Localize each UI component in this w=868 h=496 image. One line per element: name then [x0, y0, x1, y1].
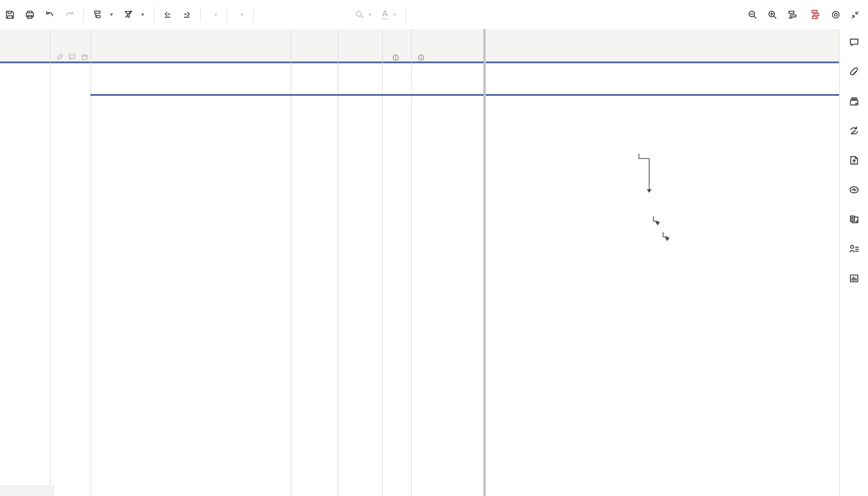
- column-border[interactable]: [338, 29, 338, 496]
- dependency-arrowhead: [647, 189, 652, 193]
- toolbar: ▼ ▼ ▼ ▼: [0, 0, 868, 30]
- filter-button[interactable]: ▼: [119, 4, 150, 25]
- column-border[interactable]: [291, 29, 291, 496]
- zoom-out-button[interactable]: [743, 4, 762, 25]
- column-border[interactable]: [411, 29, 412, 496]
- proofs-panel-button[interactable]: [848, 96, 859, 107]
- dependency-layer: [0, 29, 839, 496]
- column-border: [50, 29, 51, 496]
- critical-path-icon: [812, 11, 819, 19]
- underline-button[interactable]: [303, 4, 326, 25]
- settings-button[interactable]: [826, 4, 846, 25]
- indent-button[interactable]: [177, 4, 197, 25]
- dependency-arrow: [653, 216, 657, 222]
- chevron-down-icon: ▼: [109, 12, 114, 17]
- baselines-button[interactable]: [782, 4, 805, 25]
- redo-button[interactable]: [60, 4, 80, 25]
- italic-button[interactable]: [280, 4, 303, 25]
- horizontal-scrollbar[interactable]: [0, 485, 54, 496]
- undo-button[interactable]: [40, 4, 60, 25]
- column-border[interactable]: [90, 29, 91, 496]
- zoom-in-button[interactable]: [762, 4, 782, 25]
- baselines-icon: [789, 11, 796, 18]
- font-family-select[interactable]: ▼: [204, 4, 223, 25]
- publish-panel-button[interactable]: [848, 155, 859, 166]
- publish-icon: [851, 157, 857, 164]
- right-sidebar: [839, 29, 868, 496]
- toolbar-divider: [200, 6, 201, 22]
- chevron-down-icon: ▼: [392, 12, 397, 17]
- proof-column-icon[interactable]: [81, 53, 89, 61]
- attachment-column-icon[interactable]: [56, 53, 64, 61]
- fill-color-button[interactable]: ▼: [349, 4, 377, 25]
- outdent-button[interactable]: [158, 4, 177, 25]
- column-border[interactable]: [382, 29, 383, 496]
- gear-icon: [833, 11, 839, 18]
- smartsheet-app: ▼ ▼ ▼ ▼: [0, 0, 868, 496]
- font-color-icon: A: [382, 9, 388, 20]
- chevron-down-icon: ▼: [140, 12, 145, 17]
- comment-column-icon[interactable]: [68, 53, 76, 61]
- sheet-grid: [0, 29, 839, 496]
- summary-panel-button[interactable]: [848, 214, 859, 225]
- toolbar-divider: [227, 6, 227, 22]
- view-selector[interactable]: ▼: [88, 4, 119, 25]
- indent-icon: [184, 12, 189, 17]
- assignee-info-icon[interactable]: [417, 53, 425, 61]
- outdent-icon: [165, 12, 170, 17]
- toolbar-divider: [154, 6, 154, 22]
- font-size-select[interactable]: ▼: [231, 4, 250, 25]
- activity-log-icon: [850, 187, 858, 193]
- bold-button[interactable]: [257, 4, 280, 25]
- critical-path-button[interactable]: [805, 4, 826, 25]
- activity-log-panel-button[interactable]: [848, 184, 859, 195]
- proofs-icon: [850, 98, 858, 105]
- chevron-down-icon: ▼: [213, 12, 218, 17]
- filter-icon: [125, 11, 132, 17]
- toolbar-divider: [405, 6, 406, 22]
- more-button[interactable]: [409, 4, 419, 25]
- toolbar-divider: [83, 6, 84, 22]
- contacts-icon: [850, 245, 858, 252]
- font-color-button[interactable]: A ▼: [377, 4, 402, 25]
- strikethrough-button[interactable]: [326, 4, 349, 25]
- zoom-in-icon: [769, 11, 776, 18]
- attachments-panel-button[interactable]: [848, 66, 859, 77]
- dependency-arrowhead: [665, 237, 670, 241]
- update-requests-panel-button[interactable]: [848, 125, 859, 136]
- collapse-toolbar-button[interactable]: [846, 4, 864, 25]
- chevron-down-icon: ▼: [367, 12, 372, 17]
- summary-icon: [850, 216, 858, 223]
- undo-icon: [46, 11, 52, 15]
- comments-panel-button[interactable]: [848, 37, 859, 48]
- update-requests-icon: [851, 127, 857, 135]
- toolbar-right-group: [743, 4, 868, 25]
- dependency-arrowhead: [655, 222, 660, 226]
- frozen-row-line: [90, 94, 839, 96]
- grid-header: [0, 29, 839, 63]
- contacts-panel-button[interactable]: [848, 244, 859, 254]
- toolbar-divider: [253, 6, 253, 22]
- duration-info-icon[interactable]: [392, 53, 400, 61]
- toolbar-left-group: ▼ ▼ ▼ ▼: [0, 4, 419, 25]
- save-button[interactable]: [0, 4, 20, 25]
- dependency-arrow: [663, 232, 667, 237]
- fill-color-icon: [355, 11, 362, 17]
- chevron-down-icon: ▼: [240, 12, 245, 17]
- grid-gantt-divider[interactable]: [483, 29, 486, 496]
- comment-icon: [850, 39, 858, 46]
- print-icon: [26, 11, 33, 18]
- zoom-out-icon: [749, 11, 756, 18]
- paperclip-icon: [850, 68, 857, 75]
- chart-icon: [850, 275, 858, 282]
- frozen-header-line: [0, 61, 839, 63]
- print-button[interactable]: [20, 4, 40, 25]
- redo-icon: [67, 11, 73, 15]
- save-icon: [6, 11, 13, 18]
- gantt-view-icon: [95, 11, 100, 18]
- charts-panel-button[interactable]: [848, 273, 859, 284]
- collapse-arrows-icon: [852, 12, 858, 18]
- dependency-arrow: [639, 154, 649, 189]
